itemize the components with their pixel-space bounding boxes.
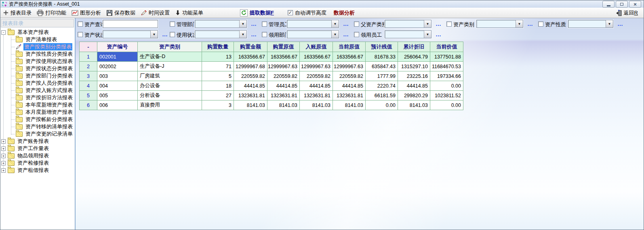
row-number[interactable]: 3 <box>80 71 97 81</box>
table-cell[interactable]: 002002 <box>97 62 138 71</box>
sidebar-group[interactable]: +资产工作量表 <box>0 145 75 152</box>
column-header[interactable]: 当前原值 <box>333 42 366 52</box>
table-cell[interactable]: 002001 <box>97 52 138 62</box>
table-cell[interactable]: 8141.03 <box>333 100 366 110</box>
column-header[interactable]: 资产类别 <box>138 42 202 52</box>
table-cell[interactable]: 11684670.53 <box>430 62 463 71</box>
asset-query-checkbox[interactable] <box>78 21 83 27</box>
asset-category-select[interactable]: ▼ <box>476 20 523 28</box>
report-catalog-button[interactable]: 报表目录 <box>3 9 32 17</box>
table-cell[interactable]: 办公设备 <box>138 81 202 91</box>
chart-analysis-button[interactable]: 图形分析 <box>72 9 101 17</box>
back-button[interactable]: 返回R <box>616 9 638 17</box>
sidebar-item[interactable]: 资产按帐龄分类报表 <box>0 116 75 123</box>
expand-icon[interactable]: + <box>1 154 6 158</box>
table-cell[interactable]: 12999967.63 <box>333 62 366 71</box>
extract-data-button[interactable]: 提取数据F <box>240 9 274 17</box>
table-cell[interactable]: 分析设备 <box>138 91 202 100</box>
dropdown-arrow-icon[interactable]: ▼ <box>424 31 431 38</box>
manage-dept-checkbox[interactable] <box>170 21 175 27</box>
table-cell[interactable]: 256064.79 <box>398 52 430 62</box>
sidebar-group[interactable]: +资产账务报表 <box>0 138 75 145</box>
sidebar-item[interactable]: 资产按入账方式报表 <box>0 87 75 94</box>
table-cell[interactable]: 生产设备-J <box>138 62 202 71</box>
auto-height-toggle[interactable]: ✓ 自动调节高度 <box>288 9 326 17</box>
print-button[interactable]: 打印功能 <box>37 9 66 17</box>
sidebar-item[interactable]: 本年度新增资产报表 <box>0 101 75 109</box>
sidebar-item[interactable]: 资产按性质分类报表 <box>0 50 75 58</box>
table-cell[interactable]: 220559.82 <box>267 71 300 81</box>
sidebar-root-item[interactable]: - 基本资产报表 <box>0 29 75 36</box>
sidebar-item[interactable]: 资产清单报表 <box>0 36 75 43</box>
usage-status-checkbox[interactable] <box>170 32 175 37</box>
table-cell[interactable]: 厂房建筑 <box>138 71 202 81</box>
dropdown-arrow-icon[interactable]: ▼ <box>239 31 246 38</box>
column-header[interactable]: 购置数量 <box>202 42 234 52</box>
asset-category-more-button[interactable]: … <box>527 22 533 26</box>
asset-nature-more-button[interactable]: … <box>617 22 623 26</box>
parent-asset-category-select[interactable]: ▼ <box>385 20 431 28</box>
table-cell[interactable]: 12999967.63 <box>267 62 300 71</box>
dropdown-arrow-icon[interactable]: ▼ <box>516 20 523 27</box>
sidebar-group[interactable]: +物品领用报表 <box>0 152 75 159</box>
close-button[interactable]: × <box>629 1 641 8</box>
table-cell[interactable]: 44414.85 <box>398 81 430 91</box>
sidebar-item[interactable]: 资产按状态分类报表 <box>0 65 75 72</box>
table-cell[interactable]: 直接费用 <box>138 100 202 110</box>
receive-dept-checkbox[interactable] <box>262 32 267 37</box>
table-cell[interactable]: 71 <box>202 62 234 71</box>
manage-staff-checkbox[interactable] <box>262 21 267 27</box>
table-cell[interactable]: 1633566.67 <box>333 52 366 62</box>
table-cell[interactable]: 27 <box>202 91 234 100</box>
asset-category-checkbox[interactable] <box>446 21 452 27</box>
sidebar-item[interactable]: 资产转移的清单报表 <box>0 123 75 130</box>
table-cell[interactable]: 006 <box>97 100 138 110</box>
table-cell[interactable]: 0.00 <box>366 100 398 110</box>
asset-nature-select[interactable]: ▼ <box>568 20 613 28</box>
manage-dept-select[interactable]: ▼ <box>195 20 247 28</box>
table-cell[interactable]: 1377501.88 <box>430 52 463 62</box>
table-cell[interactable]: 1323631.81 <box>234 91 267 100</box>
table-cell[interactable]: 0.00 <box>430 100 463 110</box>
sidebar-group[interactable]: +资产租借报表 <box>0 167 75 174</box>
table-cell[interactable]: 1633566.67 <box>300 52 333 62</box>
table-cell[interactable]: 197334.66 <box>430 71 463 81</box>
asset-status-select[interactable]: ▼ <box>103 30 158 38</box>
table-cell[interactable]: 12999967.63 <box>300 62 333 71</box>
table-cell[interactable]: 2220.74 <box>366 81 398 91</box>
expand-icon[interactable]: + <box>1 161 6 165</box>
parent-asset-category-checkbox[interactable] <box>354 21 359 27</box>
sidebar-item[interactable]: 资产按人员分类报表 <box>0 79 75 87</box>
table-cell[interactable]: 1777.99 <box>366 71 398 81</box>
expand-icon[interactable]: + <box>1 139 6 144</box>
sidebar-item[interactable]: 资产按使用状态报表 <box>0 58 75 65</box>
table-cell[interactable]: 44414.85 <box>333 81 366 91</box>
receive-dept-more-button[interactable]: … <box>343 32 349 36</box>
column-header[interactable]: 当前价值 <box>430 42 463 52</box>
table-cell[interactable]: 003 <box>97 71 138 81</box>
table-cell[interactable]: 8141.03 <box>300 100 333 110</box>
table-cell[interactable]: 66181.59 <box>366 91 398 100</box>
column-header[interactable]: 入账原值 <box>300 42 333 52</box>
table-cell[interactable]: 005 <box>97 91 138 100</box>
table-cell[interactable]: 1633566.67 <box>234 52 267 62</box>
table-cell[interactable]: 635847.43 <box>366 62 398 71</box>
function-menu-button[interactable]: 功能菜单 <box>175 9 203 17</box>
dropdown-arrow-icon[interactable]: ▼ <box>424 20 431 27</box>
column-header[interactable]: 购置原值 <box>267 42 300 52</box>
minimize-button[interactable] <box>602 1 615 8</box>
expand-icon[interactable]: + <box>1 146 6 151</box>
table-cell[interactable]: 004 <box>97 81 138 91</box>
sidebar-item[interactable]: 资产按部门分类报表 <box>0 72 75 79</box>
table-cell[interactable]: 44414.85 <box>300 81 333 91</box>
receive-staff-checkbox[interactable] <box>354 32 359 37</box>
manage-dept-more-button[interactable]: … <box>251 22 257 26</box>
asset-nature-checkbox[interactable] <box>538 21 543 27</box>
row-number[interactable]: 4 <box>80 81 97 91</box>
table-cell[interactable]: 生产设备-D <box>138 52 202 62</box>
table-cell[interactable]: 299820.29 <box>398 91 430 100</box>
column-header[interactable]: 预计残值 <box>366 42 398 52</box>
dropdown-arrow-icon[interactable]: ▼ <box>331 20 339 27</box>
table-cell[interactable]: 1323631.81 <box>267 91 300 100</box>
table-cell[interactable]: 220559.82 <box>234 71 267 81</box>
